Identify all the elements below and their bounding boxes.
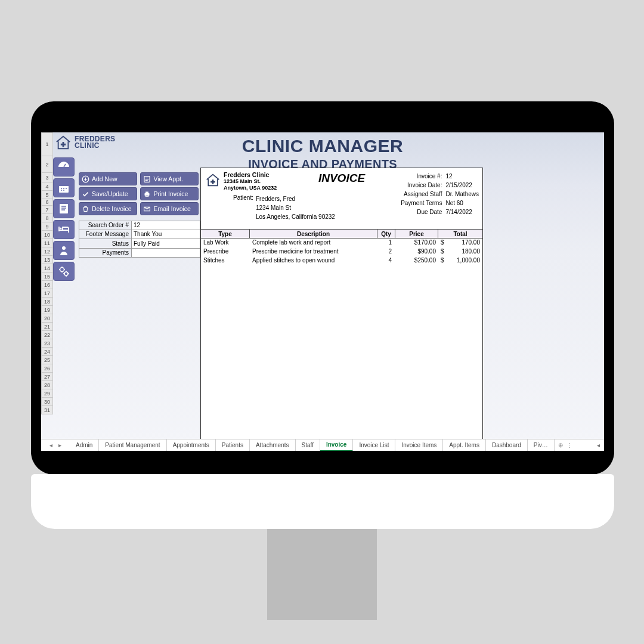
row-header[interactable]: 30 — [41, 398, 53, 406]
add-sheet-icon[interactable]: ⊕ — [558, 442, 563, 448]
tab-appt-items[interactable]: Appt. Items — [443, 439, 486, 451]
search-order-label: Search Order # — [79, 221, 131, 230]
row-header[interactable]: 5 — [41, 191, 53, 199]
invoice-date-label: Invoice Date: — [398, 182, 445, 191]
invoice-item-row: StitchesApplied stitches to open wound4$… — [201, 256, 482, 265]
row-header[interactable]: 21 — [41, 323, 53, 331]
row-header[interactable]: 27 — [41, 373, 53, 381]
invoice-num-label: Invoice #: — [398, 173, 445, 182]
sidebar-item-gears[interactable] — [53, 262, 75, 281]
sidebar-item-dashboard[interactable] — [53, 157, 75, 177]
tab-prev-icon[interactable]: ◂ — [49, 442, 52, 448]
mail-icon — [143, 205, 151, 213]
save-update-label: Save/Update — [92, 190, 128, 197]
row-header[interactable]: 29 — [41, 389, 53, 398]
row-header[interactable]: 23 — [41, 339, 53, 348]
tab-invoice-items[interactable]: Invoice Items — [395, 439, 443, 451]
trash-icon — [82, 205, 89, 213]
tab-patients[interactable]: Patients — [216, 439, 250, 451]
sidebar-item-bed[interactable] — [53, 220, 75, 239]
tab-nav[interactable]: ◂▸ — [41, 442, 70, 448]
tab-next-icon[interactable]: ▸ — [58, 442, 61, 448]
invoice-items: Lab WorkComplete lab work and report1$17… — [201, 239, 482, 265]
row-header[interactable]: 15 — [41, 273, 53, 281]
invoice-num: 12 — [445, 173, 452, 182]
row-header[interactable]: 8 — [41, 214, 53, 222]
view-appt-button[interactable]: View Appt. — [140, 172, 199, 185]
plus-circle-icon — [82, 175, 89, 183]
gears-icon — [57, 265, 70, 278]
patient-address: Fredders, Fred 1234 Main St Los Angeles,… — [256, 194, 335, 221]
monitor-stand-neck — [267, 525, 377, 620]
email-invoice-button[interactable]: Email Invoice — [140, 202, 199, 215]
tab-piv-[interactable]: Piv… — [528, 439, 555, 451]
form-icon — [57, 202, 70, 215]
svg-rect-10 — [146, 191, 149, 193]
row-header[interactable]: 31 — [41, 406, 53, 414]
svg-point-6 — [64, 272, 68, 275]
row-header[interactable]: 20 — [41, 314, 53, 323]
sidebar-item-form[interactable] — [53, 199, 75, 218]
row-header[interactable]: 28 — [41, 381, 53, 389]
col-description: Description — [250, 230, 377, 238]
sidebar-item-staff[interactable] — [53, 241, 75, 260]
search-block: Search Order #12 Footer MessageThank You… — [79, 221, 200, 258]
row-header[interactable]: 3 — [41, 173, 53, 182]
save-update-button[interactable]: Save/Update — [79, 187, 137, 200]
row-header[interactable]: 16 — [41, 281, 53, 289]
tab-scroll-icon[interactable]: ◂ — [592, 442, 604, 448]
tab-admin[interactable]: Admin — [70, 439, 99, 451]
tab-dashboard[interactable]: Dashboard — [486, 439, 528, 451]
col-type: Type — [201, 230, 250, 238]
check-icon — [82, 190, 89, 198]
status-input[interactable]: Fully Paid — [131, 239, 200, 249]
patient-label: Patient: — [232, 194, 253, 201]
tab-patient-management[interactable]: Patient Management — [99, 439, 166, 451]
row-header[interactable]: 24 — [41, 348, 53, 356]
staff-icon — [57, 244, 70, 257]
tab-appointments[interactable]: Appointments — [167, 439, 216, 451]
row-header[interactable]: 9 — [41, 222, 53, 231]
footer-message-input[interactable]: Thank You — [131, 230, 200, 240]
search-order-input[interactable]: 12 — [131, 221, 200, 230]
row-header[interactable]: 6 — [41, 199, 53, 206]
form-icon — [143, 175, 151, 183]
payments-input[interactable] — [131, 249, 200, 258]
svg-point-3 — [60, 228, 62, 230]
row-header[interactable]: 26 — [41, 364, 53, 373]
row-header[interactable]: 18 — [41, 298, 53, 306]
more-sheets-icon[interactable]: ⋮ — [566, 442, 572, 448]
tab-invoice-list[interactable]: Invoice List — [353, 439, 395, 451]
invoice-item-row: PrescribePrescribe medicine for treatmen… — [201, 247, 482, 256]
print-invoice-button[interactable]: Print Invoice — [140, 187, 199, 200]
svg-rect-1 — [59, 184, 69, 186]
invoice-date: 2/15/2022 — [445, 182, 472, 191]
row-header[interactable]: 17 — [41, 289, 53, 298]
delete-invoice-button[interactable]: Delete Invoice — [79, 202, 137, 215]
row-header[interactable]: 7 — [41, 206, 53, 214]
email-invoice-label: Email Invoice — [153, 205, 190, 212]
row-header[interactable]: 13 — [41, 256, 53, 264]
row-header[interactable]: 11 — [41, 239, 53, 247]
patient-addr1: 1234 Main St — [256, 203, 335, 212]
row-header[interactable]: 12 — [41, 247, 53, 256]
due-date: 7/14/2022 — [445, 209, 472, 218]
row-header[interactable]: 10 — [41, 231, 53, 239]
footer-message-label: Footer Message — [79, 230, 131, 240]
col-price: Price — [395, 230, 438, 238]
row-header[interactable]: 14 — [41, 264, 53, 273]
row-header[interactable]: 25 — [41, 356, 53, 364]
row-header[interactable]: 22 — [41, 331, 53, 339]
add-new-button[interactable]: Add New — [79, 172, 137, 185]
tab-attachments[interactable]: Attachments — [250, 439, 296, 451]
payments-label: Payments — [79, 249, 131, 258]
sidebar-item-calendar[interactable] — [53, 178, 75, 197]
tab-staff[interactable]: Staff — [296, 439, 320, 451]
row-header[interactable]: 4 — [41, 182, 53, 191]
status-label: Status — [79, 239, 131, 249]
delete-invoice-label: Delete Invoice — [92, 205, 132, 212]
tab-invoice[interactable]: Invoice — [320, 439, 353, 451]
payment-terms-label: Payment Terms — [398, 200, 445, 209]
col-total: Total — [438, 230, 482, 238]
row-header[interactable]: 19 — [41, 306, 53, 314]
